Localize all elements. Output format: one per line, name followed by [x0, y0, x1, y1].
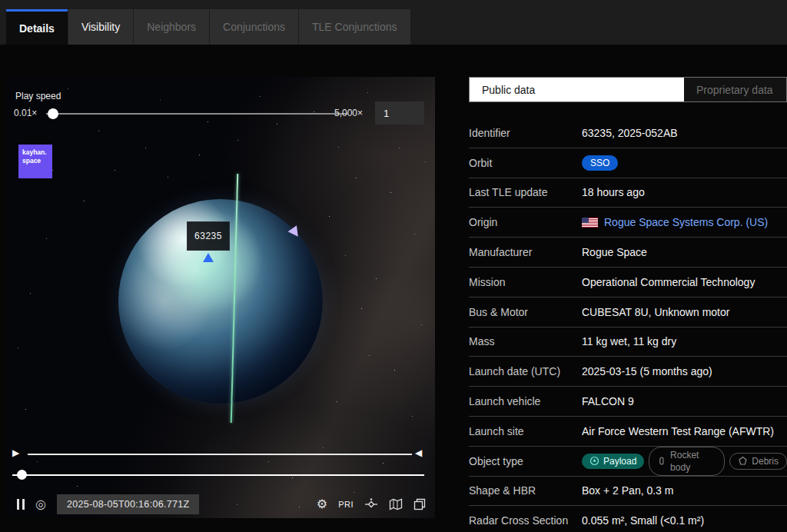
- row-label: Bus & Motor: [469, 306, 582, 318]
- row-label: Origin: [469, 216, 582, 228]
- tab-visibility[interactable]: Visibility: [68, 9, 133, 45]
- pause-icon[interactable]: [17, 499, 25, 510]
- row-value: 63235, 2025-052AB: [582, 127, 678, 139]
- orbit-badge: SSO: [582, 155, 618, 171]
- pri-button[interactable]: PRI: [338, 500, 354, 509]
- speed-value-input[interactable]: 1: [375, 101, 424, 125]
- object-type-debris-tag[interactable]: Debris: [729, 453, 787, 470]
- proprietary-data-switch[interactable]: Proprietary data: [684, 78, 786, 101]
- timeline-step-forward-icon[interactable]: ▶: [12, 447, 19, 458]
- row-value: 2025-03-15 (5 months ago): [582, 365, 712, 377]
- row-label: Launch vehicle: [469, 395, 582, 407]
- object-type-rocket-body-tag[interactable]: Rocket body: [649, 447, 725, 476]
- satellite-label[interactable]: 63235: [187, 221, 230, 251]
- row-value: Operational Commercial Technology: [582, 276, 755, 288]
- origin-link[interactable]: Rogue Space Systems Corp. (US): [604, 216, 768, 228]
- speed-slider-track[interactable]: [46, 113, 347, 115]
- row-label: Shape & HBR: [469, 484, 582, 497]
- row-orbit: Orbit SSO: [469, 148, 787, 178]
- row-value: CUBESAT 8U, Unknown motor: [582, 306, 729, 318]
- row-last-tle-update: Last TLE update 18 hours ago: [469, 178, 787, 208]
- details-table: Identifier 63235, 2025-052AB Orbit SSO L…: [469, 118, 787, 532]
- satellite-marker-icon[interactable]: [203, 253, 214, 262]
- row-value: 11 kg wet, 11 kg dry: [582, 335, 676, 347]
- tab-tle-conjunctions: TLE Conjunctions: [299, 9, 410, 45]
- tab-conjunctions: Conjunctions: [210, 9, 298, 45]
- current-timestamp[interactable]: 2025-08-05T00:16:06.771Z: [57, 494, 199, 514]
- tag-label: Rocket body: [670, 449, 716, 474]
- row-label: Launch site: [469, 425, 582, 437]
- speed-min-label: 0.01×: [14, 108, 37, 118]
- row-label: Last TLE update: [469, 186, 582, 198]
- tag-label: Payload: [603, 455, 636, 467]
- time-scrubber-track[interactable]: [12, 474, 424, 476]
- row-identifier: Identifier 63235, 2025-052AB: [469, 118, 787, 148]
- play-speed-label: Play speed: [15, 91, 61, 101]
- row-value: Box + 2 Pan, 0.3 m: [582, 484, 673, 497]
- speed-max-label: 5,000×: [317, 108, 363, 118]
- row-value: 0.055 m², Small (<0.1 m²): [582, 514, 704, 527]
- row-mass: Mass 11 kg wet, 11 kg dry: [469, 328, 787, 357]
- debris-icon: [738, 456, 748, 466]
- row-mission: Mission Operational Commercial Technolog…: [469, 268, 787, 298]
- row-label: Orbit: [469, 157, 582, 169]
- tab-neighbors: Neighbors: [134, 9, 209, 45]
- row-radar-cross-section: Radar Cross Section 0.055 m², Small (<0.…: [469, 506, 787, 532]
- row-label: Mission: [469, 276, 582, 288]
- payload-icon: [589, 456, 599, 466]
- gear-icon[interactable]: ⚙: [317, 498, 327, 510]
- speed-slider-knob[interactable]: [48, 108, 58, 119]
- row-value: 18 hours ago: [582, 186, 645, 198]
- row-value: Air Force Western Test Range (AFWTR): [582, 425, 774, 437]
- logo-text-line1: kayhan.: [22, 148, 52, 157]
- viewer-toolbar: ◎ 2025-08-05T00:16:06.771Z ⚙ PRI: [17, 492, 426, 517]
- row-value: FALCON 9: [582, 395, 634, 407]
- kayhan-space-logo: kayhan. space: [18, 145, 52, 178]
- timeline-track[interactable]: [28, 454, 412, 455]
- public-data-switch[interactable]: Public data: [470, 78, 684, 101]
- tab-details[interactable]: Details: [6, 9, 68, 45]
- data-source-switcher: Public data Proprietary data: [469, 77, 787, 102]
- satellite-icon[interactable]: [364, 497, 378, 511]
- time-scrubber-knob[interactable]: [17, 470, 27, 480]
- details-panel: Public data Proprietary data Identifier …: [469, 77, 787, 532]
- row-object-type: Object type Payload Rocket body: [469, 447, 787, 477]
- row-bus-motor: Bus & Motor CUBESAT 8U, Unknown motor: [469, 298, 787, 328]
- row-manufacturer: Manufacturer Rogue Space: [469, 238, 787, 268]
- tag-label: Debris: [752, 455, 779, 467]
- logo-text-line2: space: [22, 157, 52, 165]
- layers-icon[interactable]: [413, 498, 426, 510]
- top-header: Details Visibility Neighbors Conjunction…: [0, 0, 787, 45]
- recenter-icon[interactable]: ◎: [35, 498, 46, 510]
- row-label: Radar Cross Section: [469, 514, 582, 527]
- object-type-payload-tag[interactable]: Payload: [582, 454, 644, 469]
- timeline-step-back-icon[interactable]: ◀: [415, 447, 422, 458]
- tab-bar: Details Visibility Neighbors Conjunction…: [6, 9, 410, 45]
- globe-viewer[interactable]: 63235 Play speed 0.01× 5,000× 1 kayhan. …: [6, 77, 435, 518]
- row-value: Rogue Space: [582, 246, 647, 258]
- us-flag-icon: [582, 218, 598, 228]
- row-label: Manufacturer: [469, 246, 582, 258]
- row-label: Object type: [469, 455, 582, 467]
- row-label: Mass: [469, 335, 582, 347]
- starfield: [6, 77, 7, 78]
- row-origin: Origin Rogue Space Systems Corp. (US): [469, 208, 787, 238]
- rocket-body-icon: [657, 456, 666, 466]
- row-launch-date: Launch date (UTC) 2025-03-15 (5 months a…: [469, 357, 787, 387]
- map-icon[interactable]: [389, 497, 403, 511]
- row-shape-hbr: Shape & HBR Box + 2 Pan, 0.3 m: [469, 477, 787, 507]
- row-label: Launch date (UTC): [469, 365, 582, 377]
- row-launch-vehicle: Launch vehicle FALCON 9: [469, 387, 787, 417]
- row-launch-site: Launch site Air Force Western Test Range…: [469, 417, 787, 447]
- row-label: Identifier: [469, 127, 582, 139]
